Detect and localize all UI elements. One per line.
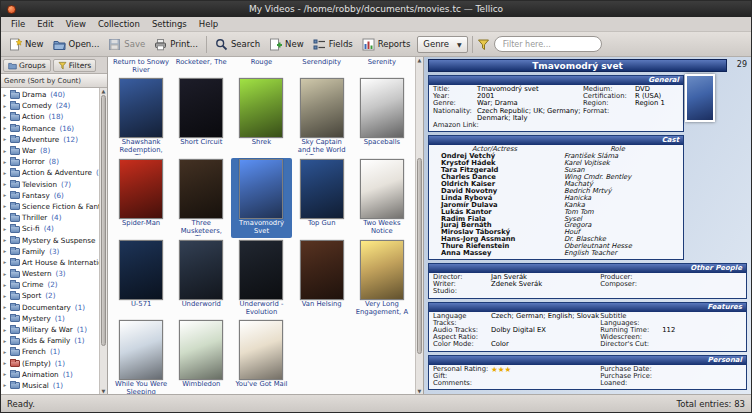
genre-tree-item[interactable]: ▸Crime(2) [1,279,99,290]
genre-tree-item[interactable]: ▸Western(3) [1,268,99,279]
expander-icon: ▸ [2,170,8,176]
new-collection-button[interactable]: New [5,36,48,53]
genre-count: (1) [63,370,73,379]
scroll-up-arrow-icon[interactable]: ▲ [100,88,107,94]
open-button[interactable]: Open... [49,36,104,53]
expander-icon: ▸ [2,293,8,299]
movie-item[interactable]: Very Long Engagement, A [352,239,412,318]
search-label: Search [231,39,260,49]
genre-tree-item[interactable]: ▸Kids & Family(1) [1,335,99,346]
search-button[interactable]: Search [211,36,264,53]
movie-item[interactable]: Top Gun [292,158,352,238]
genre-tree-item[interactable]: ▸Art House & International(3) [1,257,99,268]
movie-item[interactable]: While You Were Sleeping [111,319,171,394]
filter-input[interactable] [494,36,602,52]
movie-title-label[interactable]: Rocketeer, The [171,59,231,74]
group-by-select[interactable]: Genre ▼ [417,36,467,53]
new-entry-button[interactable]: New [265,36,308,53]
close-button[interactable] [7,5,16,14]
genre-count: (6) [54,191,64,200]
scroll-up-arrow-icon[interactable]: ▲ [416,57,423,63]
filters-toggle-label: Filters [69,61,91,70]
genre-tree-item[interactable]: ▸Adventure(12) [1,134,99,145]
titlebar: My Videos - /home/robby/documents/movies… [1,1,751,17]
amazon-link-label[interactable]: Amazon Link: [433,122,479,129]
genre-label: Drama [22,90,46,99]
movie-item[interactable]: You've Got Mail [231,319,291,394]
genre-tree-item[interactable]: ▸Animation(1) [1,369,99,380]
icon-view-scroll-thumb[interactable] [417,158,422,353]
expander-icon: ▸ [2,136,8,142]
genre-tree-item[interactable]: ▸Mystery & Suspense(4) [1,234,99,245]
new-document-icon [9,38,22,51]
genre-tree-item[interactable]: ▸Horror(8) [1,156,99,167]
genre-tree-item[interactable]: ▸Science Fiction & Fantasy(6) [1,201,99,212]
movie-item[interactable]: Van Helsing [292,239,352,318]
genre-tree-item[interactable]: ▸Thriller(4) [1,212,99,223]
genre-count: (8) [49,157,59,166]
menu-item-help[interactable]: Help [193,18,224,30]
expander-icon: ▸ [2,382,8,388]
genre-tree-item[interactable]: ▸Documentary(1) [1,302,99,313]
movie-title-label[interactable]: Return to Snowy River [111,59,171,74]
menu-item-view[interactable]: View [60,18,92,30]
menu-item-settings[interactable]: Settings [146,18,193,30]
movie-item[interactable]: Two Weeks Notice [352,158,412,238]
movie-item[interactable]: Spider-Man [111,158,171,238]
genre-count: (4) [51,213,61,222]
icon-view-scrollbar[interactable]: ▲ ▼ [415,57,423,394]
main-area: Groups Filters Genre (Sort by Count) ▸Dr… [1,57,751,394]
movie-title-label[interactable]: Serendipity [292,59,352,74]
movie-item[interactable]: Shawshank Redemption, The [111,77,171,157]
genre-tree-item[interactable]: ▸Action & Adventure(8) [1,167,99,178]
filter-funnel-icon[interactable] [477,38,490,51]
scroll-down-arrow-icon[interactable]: ▼ [416,388,423,394]
movie-title-label[interactable]: Rouge [231,59,291,74]
genre-tree-item[interactable]: ▸(Empty)(1) [1,358,99,369]
section-general-header: General [429,76,683,85]
genre-tree-item[interactable]: ▸War(8) [1,145,99,156]
genre-tree-item[interactable]: ▸Drama(40) [1,89,99,100]
fields-button[interactable]: Fields [309,36,357,53]
group-column-header[interactable]: Genre (Sort by Count) [1,74,107,88]
groups-toggle-button[interactable]: Groups [3,59,51,72]
genre-count: (1) [75,303,85,312]
save-button[interactable]: Save [104,36,149,53]
genre-tree-item[interactable]: ▸Fantasy(6) [1,190,99,201]
movie-cover-image [300,240,344,300]
movie-item[interactable]: Shrek [231,77,291,157]
movie-title-label[interactable]: Serenity [352,59,412,74]
genre-tree-item[interactable]: ▸Action(18) [1,111,99,122]
movie-item[interactable]: Wimbledon [171,319,231,394]
movie-item[interactable]: Sky Captain and the World of Tomorrow [292,77,352,157]
scroll-down-arrow-icon[interactable]: ▼ [100,388,107,394]
genre-tree-item[interactable]: ▸Military & War(1) [1,324,99,335]
sidebar-scrollbar[interactable]: ▲ ▼ [99,88,107,394]
genre-tree-item[interactable]: ▸Family(3) [1,246,99,257]
genre-tree-item[interactable]: ▸Mystery(1) [1,313,99,324]
genre-tree-item[interactable]: ▸Television(7) [1,179,99,190]
movie-title-label: Tmavomodrý Svet [232,220,290,235]
movie-item[interactable]: Tmavomodrý Svet [231,158,291,238]
genre-tree-item[interactable]: ▸Sci-fi(4) [1,223,99,234]
menu-item-edit[interactable]: Edit [31,18,59,30]
movie-cover-image [179,320,223,380]
movie-item[interactable]: Underworld [171,239,231,318]
print-button[interactable]: Print... [150,36,202,53]
reports-button[interactable]: Reports [358,36,415,53]
menu-item-collection[interactable]: Collection [92,18,146,30]
movie-item[interactable]: Short Circuit [171,77,231,157]
genre-tree-item[interactable]: ▸Comedy(24) [1,100,99,111]
movie-item[interactable]: Underworld - Evolution [231,239,291,318]
genre-tree-item[interactable]: ▸French(1) [1,346,99,357]
filters-toggle-button[interactable]: Filters [53,59,96,72]
movie-item[interactable]: Spaceballs [352,77,412,157]
movie-item[interactable]: U-571 [111,239,171,318]
status-message: Ready. [7,399,35,409]
menu-item-file[interactable]: File [5,18,31,30]
genre-tree-item[interactable]: ▸Musical(1) [1,380,99,391]
genre-tree-item[interactable]: ▸Sport(2) [1,290,99,301]
sidebar-scroll-thumb[interactable] [101,95,106,346]
movie-item[interactable]: Three Musketeers, The [171,158,231,238]
genre-tree-item[interactable]: ▸Romance(16) [1,123,99,134]
